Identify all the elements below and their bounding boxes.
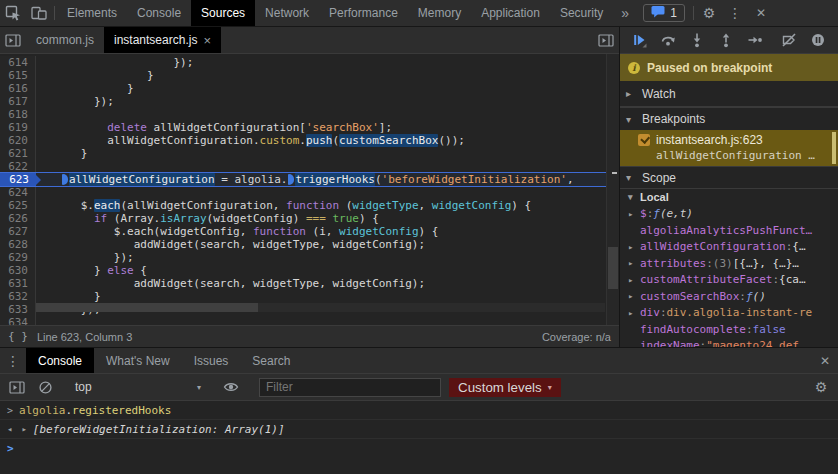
main-tab-network[interactable]: Network [255, 0, 319, 26]
console-messages: > algolia.registeredHooks ◂ ▸ [beforeWid… [0, 401, 838, 474]
line-number[interactable]: 626 [0, 212, 36, 225]
chevron-down-icon: ▾ [628, 192, 640, 202]
step-into-icon[interactable] [682, 27, 711, 53]
main-tab-application[interactable]: Application [471, 0, 550, 26]
line-number[interactable]: 625 [0, 199, 36, 212]
line-number[interactable]: 623 [0, 173, 36, 186]
step-out-icon[interactable] [711, 27, 740, 53]
console-prompt[interactable]: > [0, 439, 838, 458]
main-tab-security[interactable]: Security [550, 0, 613, 26]
line-number[interactable]: 620 [0, 134, 36, 147]
context-selector[interactable]: top ▾ [67, 380, 209, 394]
badge-count: 1 [670, 6, 677, 20]
step-icon[interactable] [740, 27, 769, 53]
pause-on-exceptions-icon[interactable] [803, 27, 832, 53]
scope-variable-row[interactable]: ▸allWidgetConfiguration: {… [620, 239, 838, 256]
scope-local-header[interactable]: ▾Local [620, 189, 838, 206]
clear-console-icon[interactable] [32, 380, 58, 395]
more-options-icon[interactable]: ⋮ [722, 0, 748, 26]
chevron-right-icon[interactable]: ▸ [628, 258, 640, 268]
chevron-right-icon[interactable]: ▸ [628, 275, 640, 285]
pretty-print-icon[interactable]: { } [8, 330, 28, 343]
main-tab-memory[interactable]: Memory [408, 0, 471, 26]
drawer-tab-what-s-new[interactable]: What's New [94, 348, 182, 373]
console-result-row[interactable]: ◂ ▸ [beforeWidgetInitialization: Array(1… [0, 420, 838, 439]
main-tab-elements[interactable]: Elements [57, 0, 127, 26]
close-devtools-icon[interactable]: ✕ [748, 0, 774, 26]
settings-gear-icon[interactable]: ⚙ [696, 0, 722, 26]
watch-label: Watch [642, 87, 676, 101]
line-number[interactable]: 632 [0, 290, 36, 303]
line-number[interactable]: 619 [0, 121, 36, 134]
drawer-tab-search[interactable]: Search [240, 348, 302, 373]
breakpoint-entry[interactable]: instantsearch.js:623 allWidgetConfigurat… [620, 130, 838, 166]
line-number[interactable]: 631 [0, 277, 36, 290]
chevron-right-icon[interactable]: ▸ [628, 209, 640, 219]
scope-section-header[interactable]: ▾ Scope [620, 166, 838, 189]
more-panels-icon[interactable]: » [613, 0, 637, 26]
sources-status-bar: { } Line 623, Column 3 Coverage: n/a [0, 325, 619, 347]
console-settings-gear-icon[interactable]: ⚙ [808, 380, 834, 394]
tab-label: Search [252, 354, 290, 368]
watch-section-header[interactable]: ▸ Watch [620, 81, 838, 107]
code-line: 623 allWidgetConfiguration = algolia.tri… [0, 172, 619, 187]
line-number[interactable]: 624 [0, 186, 36, 199]
breakpoint-checkbox[interactable] [638, 134, 650, 146]
expand-triangle-icon[interactable]: ▸ [21, 424, 26, 434]
scope-variable-row[interactable]: indexName: "magento24_def… [620, 338, 838, 348]
line-number[interactable]: 627 [0, 225, 36, 238]
breakpoints-section-header[interactable]: ▾ Breakpoints [620, 107, 838, 130]
line-number[interactable]: 629 [0, 251, 36, 264]
scope-variable-row[interactable]: ▸$: ƒ (e,t) [620, 206, 838, 223]
scope-variable-row[interactable]: ▸customSearchBox: ƒ () [620, 288, 838, 305]
line-number[interactable]: 628 [0, 238, 36, 251]
line-number[interactable]: 614 [0, 56, 36, 69]
console-sidebar-icon[interactable] [4, 380, 30, 395]
close-tab-icon[interactable]: × [203, 33, 211, 48]
code-text: } [36, 69, 154, 82]
console-command-echo[interactable]: > algolia.registeredHooks [0, 401, 838, 420]
device-toolbar-icon[interactable] [26, 0, 52, 26]
tab-label: Sources [201, 6, 245, 20]
drawer-tab-console[interactable]: Console [26, 348, 94, 373]
main-tab-performance[interactable]: Performance [319, 0, 408, 26]
file-tab-instantsearch-js[interactable]: instantsearch.js× [104, 27, 221, 53]
scope-variable-row[interactable]: ▸customAttributeFacet: {ca… [620, 272, 838, 289]
chevron-right-icon[interactable]: ▸ [628, 242, 640, 252]
line-number[interactable]: 634 [0, 316, 36, 325]
horizontal-scrollbar[interactable] [36, 303, 605, 312]
line-number[interactable]: 618 [0, 108, 36, 121]
close-drawer-icon[interactable]: ✕ [812, 348, 838, 373]
line-number[interactable]: 615 [0, 69, 36, 82]
deactivate-breakpoints-icon[interactable] [774, 27, 803, 53]
live-expression-eye-icon[interactable] [218, 379, 244, 395]
scope-variable-row[interactable]: ▸attributes: (3) [{…}, {…}… [620, 255, 838, 272]
drawer-tab-issues[interactable]: Issues [182, 348, 241, 373]
levels-label: Custom levels [458, 380, 542, 395]
step-over-icon[interactable] [653, 27, 682, 53]
show-navigator-icon[interactable] [0, 27, 26, 53]
vertical-scrollbar[interactable] [606, 54, 619, 325]
console-filter-input[interactable] [259, 378, 441, 397]
line-number[interactable]: 633 [0, 303, 36, 316]
code-editor[interactable]: 614 });615 }616 }617 });618619 delete al… [0, 54, 619, 325]
chevron-right-icon[interactable]: ▸ [628, 308, 640, 318]
inspect-element-icon[interactable] [0, 0, 26, 26]
scope-variable-row[interactable]: findAutocomplete: false [620, 321, 838, 338]
line-number[interactable]: 616 [0, 82, 36, 95]
main-tab-console[interactable]: Console [127, 0, 191, 26]
console-messages-badge[interactable]: 1 [643, 4, 685, 22]
line-number[interactable]: 617 [0, 95, 36, 108]
file-tab-common-js[interactable]: common.js [26, 27, 104, 53]
show-debugger-sidebar-icon[interactable] [593, 27, 619, 53]
log-levels-button[interactable]: Custom levels ▾ [449, 378, 561, 397]
drawer-menu-icon[interactable]: ⋮ [0, 348, 26, 373]
resume-script-icon[interactable] [624, 27, 653, 53]
scope-variable-row[interactable]: ▸div: div.algolia-instant-re [620, 305, 838, 322]
main-tab-sources[interactable]: Sources [191, 0, 255, 26]
line-number[interactable]: 621 [0, 147, 36, 160]
line-number[interactable]: 630 [0, 264, 36, 277]
scope-variable-row[interactable]: algoliaAnalyticsPushFunct… [620, 222, 838, 239]
chevron-right-icon[interactable]: ▸ [628, 291, 640, 301]
code-text: allWidgetConfiguration = algolia.trigger… [36, 173, 574, 186]
